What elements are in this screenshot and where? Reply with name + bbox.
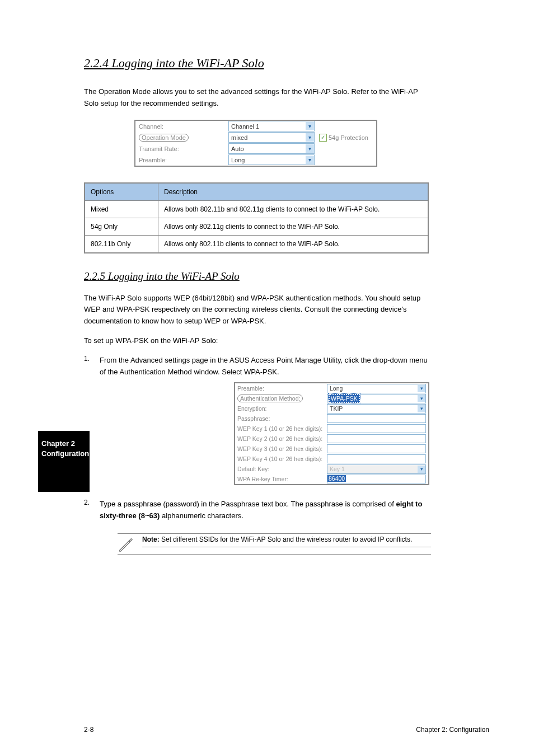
options-table: Options Description MixedAllows both 802… bbox=[84, 182, 429, 253]
step-number-1: 1. bbox=[84, 355, 94, 378]
screenshot2-input[interactable] bbox=[327, 424, 426, 433]
screenshot-operation-mode: Channel:Channel 1▾Operation Modemixed▾✓5… bbox=[134, 120, 377, 167]
note-label: Note: bbox=[142, 536, 160, 543]
screenshot1-select[interactable]: mixed▾ bbox=[228, 132, 315, 143]
screenshot2-select: Key 1▾ bbox=[327, 464, 426, 474]
para-auth: The WiFi-AP Solo supports WEP (64bit/128… bbox=[84, 293, 431, 327]
screenshot1-row: Channel:Channel 1▾ bbox=[135, 121, 376, 132]
screenshot1-row: Preamble:Long▾ bbox=[135, 154, 376, 166]
checkbox-icon: ✓ bbox=[319, 134, 327, 142]
pen-icon bbox=[118, 536, 134, 552]
para-steps-intro: To set up WPA-PSK on the WiFi-AP Solo: bbox=[84, 335, 431, 347]
note-text: Set different SSIDs for the WiFi-AP Solo… bbox=[161, 536, 412, 543]
step2-txt-a: Type a passphrase (password) in the Pass… bbox=[100, 500, 396, 508]
table-row: 802.11b OnlyAllows only 802.11b clients … bbox=[85, 235, 428, 253]
screenshot1-select[interactable]: Auto▾ bbox=[228, 143, 315, 154]
table-row: 54g OnlyAllows only 802.11g clients to c… bbox=[85, 218, 428, 235]
footer-chapter: Chapter 2: Configuration bbox=[416, 726, 489, 734]
screenshot2-label: Default Key: bbox=[237, 466, 327, 472]
screenshot2-row: WPA Re-key Timer:86400 bbox=[235, 474, 428, 484]
screenshot1-label: Preamble: bbox=[139, 157, 228, 163]
screenshot1-select[interactable]: Channel 1▾ bbox=[228, 121, 315, 132]
chevron-down-icon: ▾ bbox=[306, 156, 314, 164]
step-number-2: 2. bbox=[84, 499, 94, 522]
screenshot2-row: WEP Key 4 (10 or 26 hex digits): bbox=[235, 454, 428, 464]
chevron-down-icon: ▾ bbox=[418, 395, 425, 402]
screenshot2-input[interactable] bbox=[327, 414, 426, 423]
chevron-down-icon: ▾ bbox=[306, 122, 314, 130]
options-table-header-2: Description bbox=[158, 183, 429, 201]
screenshot2-label: WPA Re-key Timer: bbox=[237, 476, 327, 482]
chevron-down-icon: ▾ bbox=[306, 144, 314, 153]
section-title: 2.2.4 Logging into the WiFi-AP Solo bbox=[84, 56, 489, 71]
table-cell-option: 54g Only bbox=[85, 218, 158, 235]
chevron-down-icon: ▾ bbox=[306, 133, 314, 142]
screenshot1-label: Channel: bbox=[139, 123, 228, 130]
note-box: Note: Set different SSIDs for the WiFi-A… bbox=[118, 533, 431, 555]
screenshot2-select[interactable]: TKIP▾ bbox=[327, 404, 426, 414]
screenshot2-input[interactable]: 86400 bbox=[327, 475, 426, 483]
wpa-rekey-value: 86400 bbox=[327, 475, 346, 482]
footer-page-number: 2-8 bbox=[84, 726, 93, 734]
step-text-2: Type a passphrase (password) in the Pass… bbox=[100, 499, 431, 522]
screenshot2-row: Preamble:Long▾ bbox=[235, 383, 428, 393]
screenshot2-label: Passphrase: bbox=[237, 415, 327, 422]
screenshot2-row: WEP Key 3 (10 or 26 hex digits): bbox=[235, 444, 428, 454]
screenshot1-select[interactable]: Long▾ bbox=[228, 154, 315, 165]
section-subtitle: 2.2.5 Logging into the WiFi-AP Solo bbox=[84, 270, 489, 283]
screenshot1-row: Transmit Rate:Auto▾ bbox=[135, 143, 376, 154]
step2-txt-c: alphanumeric characters. bbox=[160, 511, 243, 520]
screenshot2-label: Preamble: bbox=[237, 385, 327, 392]
step-text-1: From the Advanced settings page in the A… bbox=[100, 355, 431, 378]
screenshot2-row: Encryption:TKIP▾ bbox=[235, 403, 428, 414]
screenshot2-select[interactable]: Long▾ bbox=[327, 384, 426, 393]
screenshot2-row: WEP Key 1 (10 or 26 hex digits): bbox=[235, 424, 428, 434]
table-cell-desc: Allows only 802.11b clients to connect t… bbox=[158, 235, 429, 253]
screenshot2-label: WEP Key 2 (10 or 26 hex digits): bbox=[237, 435, 327, 442]
table-cell-option: 802.11b Only bbox=[85, 235, 158, 253]
table-cell-desc: Allows only 802.11g clients to connect t… bbox=[158, 218, 429, 235]
screenshot2-input[interactable] bbox=[327, 454, 426, 463]
chapter-sidebar: Chapter 2 Configuration bbox=[38, 431, 90, 492]
options-table-header-1: Options bbox=[85, 183, 158, 201]
screenshot2-input[interactable] bbox=[327, 434, 426, 443]
screenshot2-label: Encryption: bbox=[237, 405, 327, 412]
chevron-down-icon: ▾ bbox=[418, 405, 425, 412]
54g-protection-checkbox[interactable]: ✓54g Protection bbox=[319, 134, 368, 142]
para-opmode: The Operation Mode allows you to set the… bbox=[84, 86, 431, 110]
screenshot2-input[interactable] bbox=[327, 444, 426, 453]
screenshot2-row: Default Key:Key 1▾ bbox=[235, 464, 428, 474]
circled-label: Authentication Method: bbox=[237, 395, 303, 402]
screenshot-authentication: Preamble:Long▾Authentication Method:WPA-… bbox=[234, 382, 429, 485]
circled-label: Operation Mode bbox=[139, 134, 189, 142]
screenshot2-select[interactable]: WPA-PSK▾ bbox=[327, 394, 426, 403]
screenshot2-label: WEP Key 1 (10 or 26 hex digits): bbox=[237, 425, 327, 432]
chevron-down-icon: ▾ bbox=[418, 466, 425, 473]
table-cell-desc: Allows both 802.11b and 802.11g clients … bbox=[158, 200, 429, 218]
chevron-down-icon: ▾ bbox=[418, 385, 425, 392]
screenshot2-row: WEP Key 2 (10 or 26 hex digits): bbox=[235, 434, 428, 444]
screenshot1-label: Transmit Rate: bbox=[139, 145, 228, 152]
screenshot2-row: Passphrase: bbox=[235, 414, 428, 424]
screenshot2-label: WEP Key 4 (10 or 26 hex digits): bbox=[237, 456, 327, 462]
screenshot1-label: Operation Mode bbox=[139, 134, 228, 142]
screenshot2-label: Authentication Method: bbox=[237, 395, 327, 402]
screenshot1-row: Operation Modemixed▾✓54g Protection bbox=[135, 132, 376, 143]
table-cell-option: Mixed bbox=[85, 200, 158, 218]
table-row: MixedAllows both 802.11b and 802.11g cli… bbox=[85, 200, 428, 218]
screenshot2-label: WEP Key 3 (10 or 26 hex digits): bbox=[237, 445, 327, 452]
screenshot2-row: Authentication Method:WPA-PSK▾ bbox=[235, 393, 428, 403]
